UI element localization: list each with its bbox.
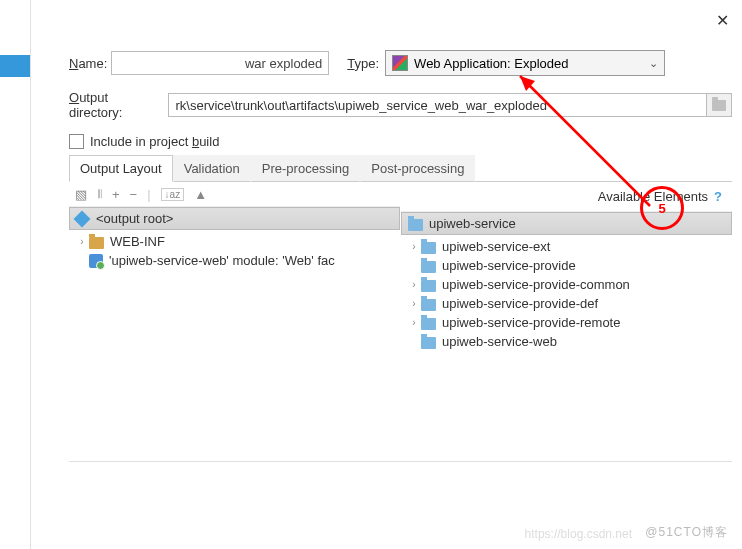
tree-label: upiweb-service-ext bbox=[442, 239, 550, 254]
include-build-label: Include in project build bbox=[90, 134, 219, 149]
include-build-checkbox[interactable] bbox=[69, 134, 84, 149]
new-folder-icon[interactable]: ▧ bbox=[75, 187, 87, 202]
include-build-row: Include in project build bbox=[69, 134, 732, 149]
output-dir-input[interactable] bbox=[168, 93, 706, 117]
available-item[interactable]: › upiweb-service-provide-common bbox=[401, 275, 732, 294]
expand-icon[interactable]: › bbox=[407, 279, 421, 290]
expand-icon[interactable]: › bbox=[407, 298, 421, 309]
folder-icon bbox=[421, 337, 436, 349]
output-dir-row: Output directory: bbox=[69, 90, 732, 120]
tabs: Output Layout Validation Pre-processing … bbox=[69, 155, 732, 182]
folder-icon bbox=[421, 261, 436, 273]
folder-icon bbox=[421, 318, 436, 330]
tab-validation[interactable]: Validation bbox=[173, 155, 251, 182]
expand-icon[interactable]: › bbox=[75, 236, 89, 247]
form-area: NName:ame: Type: Web Application: Explod… bbox=[31, 0, 742, 472]
folder-icon bbox=[89, 237, 104, 249]
layout-toolbar: ▧ ⦀ + − | ↓az ▲ bbox=[69, 182, 400, 207]
tree-label: upiweb-service-web bbox=[442, 334, 557, 349]
name-input[interactable] bbox=[111, 51, 329, 75]
available-item[interactable]: upiweb-service-provide bbox=[401, 256, 732, 275]
help-icon[interactable]: ? bbox=[714, 189, 722, 204]
available-tree: › upiweb-service-ext upiweb-service-prov… bbox=[401, 235, 732, 353]
type-label: Type: bbox=[347, 56, 379, 71]
output-dir-label: Output directory: bbox=[69, 90, 162, 120]
tree-label: upiweb-service-provide-def bbox=[442, 296, 598, 311]
output-layout-pane: ▧ ⦀ + − | ↓az ▲ <output root> › WEB bbox=[69, 182, 401, 461]
folder-icon bbox=[408, 219, 423, 231]
left-selection-marker bbox=[0, 55, 30, 77]
annotation-step-number: 5 bbox=[658, 201, 665, 216]
tree-label: 'upiweb-service-web' module: 'Web' fac bbox=[109, 253, 335, 268]
type-dropdown[interactable]: Web Application: Exploded ⌄ bbox=[385, 50, 665, 76]
output-root-header[interactable]: <output root> bbox=[69, 207, 400, 230]
folder-icon bbox=[421, 242, 436, 254]
sort-button[interactable]: ↓az bbox=[161, 188, 185, 201]
annotation-step-circle: 5 bbox=[640, 186, 684, 230]
tree-item-module[interactable]: 'upiweb-service-web' module: 'Web' fac bbox=[69, 251, 400, 270]
tab-output-layout[interactable]: Output Layout bbox=[69, 155, 173, 182]
expand-icon[interactable]: › bbox=[407, 241, 421, 252]
watermark-51cto: @51CTO博客 bbox=[645, 524, 728, 541]
available-item[interactable]: › upiweb-service-ext bbox=[401, 237, 732, 256]
browse-folder-button[interactable] bbox=[707, 93, 732, 117]
available-item[interactable]: › upiweb-service-provide-def bbox=[401, 294, 732, 313]
remove-button[interactable]: − bbox=[130, 187, 138, 202]
watermark-csdn: https://blog.csdn.net bbox=[525, 527, 632, 541]
new-archive-icon[interactable]: ⦀ bbox=[97, 186, 102, 202]
output-tree: › WEB-INF 'upiweb-service-web' module: '… bbox=[69, 230, 400, 272]
tree-label: upiweb-service-provide bbox=[442, 258, 576, 273]
folder-icon bbox=[421, 299, 436, 311]
type-value: Web Application: Exploded bbox=[414, 56, 568, 71]
folder-icon bbox=[421, 280, 436, 292]
name-label: NName:ame: bbox=[69, 56, 107, 71]
chevron-down-icon: ⌄ bbox=[649, 57, 658, 70]
available-item[interactable]: › upiweb-service-provide-remote bbox=[401, 313, 732, 332]
tree-label: upiweb-service-provide-remote bbox=[442, 315, 620, 330]
available-elements-pane: Available Elements ? upiweb-service › up… bbox=[401, 182, 732, 461]
available-item[interactable]: upiweb-service-web bbox=[401, 332, 732, 351]
tab-post-processing[interactable]: Post-processing bbox=[360, 155, 475, 182]
tree-label: upiweb-service-provide-common bbox=[442, 277, 630, 292]
move-up-icon[interactable]: ▲ bbox=[194, 187, 207, 202]
output-root-label: <output root> bbox=[96, 211, 173, 226]
web-app-icon bbox=[392, 55, 408, 71]
output-root-icon bbox=[74, 210, 91, 227]
close-button[interactable]: ✕ bbox=[712, 10, 732, 30]
name-row: NName:ame: Type: Web Application: Explod… bbox=[69, 50, 732, 76]
artifact-settings-panel: ✕ NName:ame: Type: Web Application: Expl… bbox=[30, 0, 742, 549]
split-body: ▧ ⦀ + − | ↓az ▲ <output root> › WEB bbox=[69, 182, 732, 462]
tree-label: WEB-INF bbox=[110, 234, 165, 249]
tab-pre-processing[interactable]: Pre-processing bbox=[251, 155, 360, 182]
tree-item-webinf[interactable]: › WEB-INF bbox=[69, 232, 400, 251]
add-copy-button[interactable]: + bbox=[112, 187, 120, 202]
module-icon bbox=[89, 254, 103, 268]
expand-icon[interactable]: › bbox=[407, 317, 421, 328]
folder-icon bbox=[712, 100, 726, 111]
available-root-label: upiweb-service bbox=[429, 216, 516, 231]
